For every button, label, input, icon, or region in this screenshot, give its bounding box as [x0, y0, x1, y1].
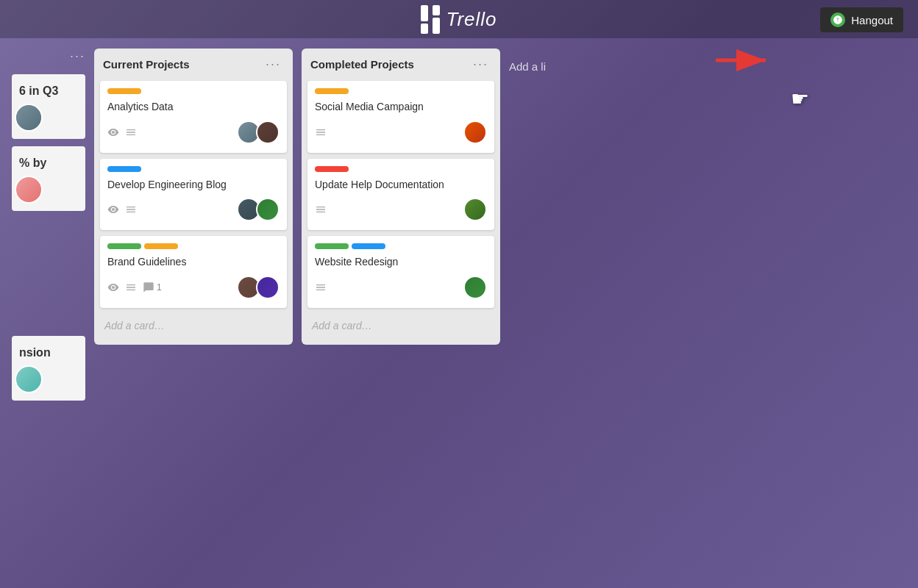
label-yellow-3: [315, 88, 349, 94]
eye-icon-2: [107, 204, 119, 215]
completed-projects-column: Completed Projects ··· Social Media Camp…: [302, 49, 500, 345]
logo-bar2-bottom: [433, 18, 440, 34]
label-green-1: [107, 243, 141, 249]
logo-bar2-top: [433, 5, 440, 15]
website-redesign-avatars: [463, 276, 487, 299]
partial-column: ··· 6 in Q3 % by nsion: [12, 49, 85, 401]
current-projects-title: Current Projects: [103, 58, 190, 71]
help-docs-labels: [315, 166, 487, 172]
face-1: [16, 105, 41, 130]
website-labels: [315, 243, 487, 249]
avatar-person7: [463, 121, 487, 144]
eye-icon-1: [107, 126, 119, 138]
brand-guidelines-footer: 1: [107, 276, 280, 299]
brand-guidelines-avatars: [237, 276, 280, 299]
avatar-person2: [256, 121, 280, 144]
engineering-blog-icons: [107, 204, 137, 215]
analytics-data-footer: [107, 121, 280, 144]
avatar-person6: [256, 276, 280, 299]
avatar-person8: [463, 198, 487, 221]
analytics-data-avatars: [237, 121, 280, 144]
engineering-blog-card[interactable]: Develop Engineering Blog: [100, 159, 287, 231]
brand-labels: [107, 243, 280, 249]
partial-card-1-text: 6 in Q3: [19, 85, 78, 98]
brand-guidelines-card[interactable]: Brand Guidelines 1: [100, 236, 287, 308]
engineering-blog-footer: [107, 198, 280, 221]
lines-icon-5: [315, 204, 327, 215]
website-redesign-icons: [315, 282, 327, 293]
analytics-data-card[interactable]: Analytics Data: [100, 81, 287, 153]
add-list-area[interactable]: Add a li: [509, 49, 568, 73]
hangout-svg-icon: [833, 15, 843, 25]
cursor-annotation: ☛: [791, 87, 809, 111]
social-media-avatars: [463, 121, 487, 144]
label-yellow-1: [107, 88, 141, 94]
app-logo: Trello: [421, 5, 497, 34]
social-media-labels: [315, 88, 487, 94]
lines-icon-2: [125, 204, 137, 215]
brand-guidelines-title: Brand Guidelines: [107, 255, 280, 270]
lines-icon-3: [125, 282, 137, 293]
label-red-1: [315, 166, 349, 172]
social-media-card[interactable]: Social Media Campaign: [307, 81, 494, 153]
board: ··· 6 in Q3 % by nsion Current Projects …: [0, 38, 918, 588]
hangout-icon: [830, 12, 845, 27]
logo-bar-top: [421, 5, 428, 21]
engineering-blog-title: Develop Engineering Blog: [107, 178, 280, 193]
partial-card-2-text: % by: [19, 157, 78, 170]
partial-avatar-1: [15, 104, 43, 132]
header: Trello Hangout: [0, 0, 918, 38]
engineering-blog-avatars: [237, 198, 280, 221]
analytics-labels: [107, 88, 280, 94]
website-redesign-card[interactable]: Website Redesign: [307, 236, 494, 308]
help-docs-card[interactable]: Update Help Documentation: [307, 159, 494, 231]
partial-column-dots: ···: [12, 49, 85, 64]
lines-icon-6: [315, 282, 327, 293]
completed-projects-menu-button[interactable]: ···: [470, 57, 491, 71]
social-media-title: Social Media Campaign: [315, 100, 487, 115]
comment-icon-1: 1: [143, 282, 162, 293]
website-redesign-title: Website Redesign: [315, 255, 487, 270]
partial-avatar-3: [15, 365, 43, 393]
website-redesign-footer: [315, 276, 487, 299]
help-docs-icons: [315, 204, 327, 215]
current-projects-add-card-button[interactable]: Add a card…: [100, 314, 287, 337]
app-name: Trello: [446, 8, 497, 31]
help-docs-avatars: [463, 198, 487, 221]
partial-card-3-text: nsion: [19, 346, 78, 359]
arrow-annotation: [716, 46, 775, 75]
avatar-person4b: [463, 276, 487, 299]
current-projects-column: Current Projects ··· Analytics Data: [94, 49, 293, 345]
logo-bar-bottom: [421, 24, 428, 34]
social-media-footer: [315, 121, 487, 144]
lines-icon-4: [315, 126, 327, 138]
help-docs-footer: [315, 198, 487, 221]
completed-projects-title: Completed Projects: [310, 58, 414, 71]
partial-avatar-2: [15, 176, 43, 204]
completed-projects-header: Completed Projects ···: [307, 56, 494, 75]
current-projects-header: Current Projects ···: [100, 56, 287, 75]
hangout-label: Hangout: [851, 14, 893, 26]
label-green-2: [315, 243, 349, 249]
arrow-icon: [716, 46, 775, 75]
avatar-person4: [256, 198, 280, 221]
label-yellow-2: [144, 243, 178, 249]
hangout-button[interactable]: Hangout: [820, 7, 903, 32]
partial-card-3[interactable]: nsion: [12, 336, 85, 401]
eye-icon-3: [107, 282, 119, 293]
social-media-icons: [315, 126, 327, 138]
label-blue-1: [107, 166, 141, 172]
current-projects-menu-button[interactable]: ···: [263, 57, 284, 71]
lines-icon-1: [125, 126, 137, 138]
help-docs-title: Update Help Documentation: [315, 178, 487, 193]
label-blue-2: [352, 243, 385, 249]
comment-count: 1: [157, 282, 162, 293]
engineering-labels: [107, 166, 280, 172]
analytics-data-icons: [107, 126, 137, 138]
brand-guidelines-icons: 1: [107, 282, 162, 293]
partial-card-2[interactable]: % by: [12, 146, 85, 211]
partial-card-1[interactable]: 6 in Q3: [12, 74, 85, 139]
logo-icon: [421, 5, 440, 34]
analytics-data-title: Analytics Data: [107, 100, 280, 115]
completed-projects-add-card-button[interactable]: Add a card…: [307, 314, 494, 337]
